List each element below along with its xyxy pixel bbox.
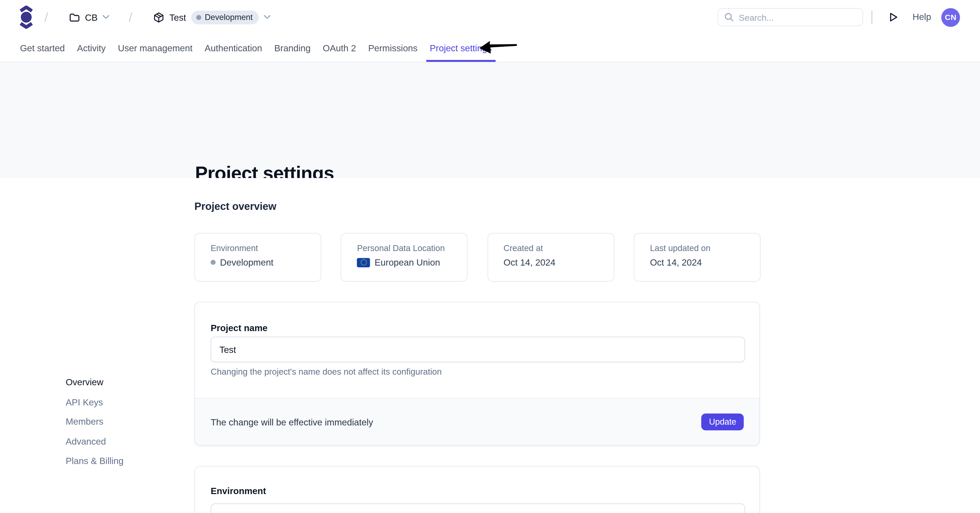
sidebar-item-plans-billing[interactable]: Plans & Billing [65,455,123,466]
project-name-card-footer: The change will be effective immediately… [195,398,759,445]
tab-get-started[interactable]: Get started [20,35,65,62]
info-card-value: Development [220,257,274,267]
avatar[interactable]: CN [941,8,960,26]
top-bar: / CB / Test Development [0,0,980,35]
tab-branding[interactable]: Branding [274,35,310,62]
status-dot-icon [210,260,215,265]
project-name-helper-text: Changing the project's name does not aff… [210,367,442,377]
environment-select[interactable]: Development [210,503,745,513]
environment-label: Environment [210,486,266,496]
breadcrumb-org-label: CB [85,12,98,22]
update-button[interactable]: Update [702,413,744,430]
tab-authentication[interactable]: Authentication [205,35,262,62]
tab-permissions[interactable]: Permissions [368,35,417,62]
project-name-input[interactable] [210,337,745,362]
info-cards-row: Environment Development Personal Data Lo… [194,233,760,282]
play-icon[interactable] [889,13,898,22]
project-name-label: Project name [210,323,267,333]
info-card-value: European Union [375,257,440,267]
tab-activity[interactable]: Activity [77,35,106,62]
footer-note: The change will be effective immediately [210,417,373,427]
folder-icon [69,12,80,23]
primary-tab-bar: Get started Activity User management Aut… [0,35,980,62]
help-link[interactable]: Help [913,0,931,35]
eu-flag-icon [357,257,370,267]
info-card-label: Last updated on [650,243,760,253]
search-icon [724,13,734,22]
info-card-value: Oct 14, 2024 [503,257,555,267]
breadcrumb-separator: / [129,0,132,35]
page-header: Project settings Project settings/Overvi… [0,62,980,178]
settings-side-nav: Overview API Keys Members Advanced Plans… [65,377,123,467]
tab-project-settings[interactable]: Project settings [430,35,492,62]
project-name-card: Project name Changing the project's name… [194,302,760,446]
breadcrumb-project-dropdown[interactable]: Test Development [153,0,271,35]
app-window: / CB / Test Development [0,0,980,513]
info-card-environment: Environment Development [194,233,321,282]
info-card-last-updated: Last updated on Oct 14, 2024 [634,233,760,282]
sidebar-item-api-keys[interactable]: API Keys [65,396,123,408]
search-box[interactable] [718,8,863,26]
environment-select-value: Development [229,511,281,513]
package-icon [153,12,164,23]
info-card-value: Oct 14, 2024 [650,257,702,267]
environment-badge[interactable]: Development [191,10,259,24]
status-dot-icon [196,15,201,20]
topbar-divider [871,11,872,24]
sidebar-item-members[interactable]: Members [65,416,123,427]
info-card-label: Created at [503,243,613,253]
info-card-label: Personal Data Location [357,243,467,253]
breadcrumb-project-label: Test [169,12,186,22]
tab-user-management[interactable]: User management [118,35,192,62]
section-title: Project overview [194,200,276,213]
sidebar-item-overview[interactable]: Overview [65,377,123,388]
tab-oauth2[interactable]: OAuth 2 [323,35,356,62]
breadcrumb-org-dropdown[interactable]: CB [69,0,110,35]
chevron-down-icon [264,15,271,19]
sidebar-item-advanced[interactable]: Advanced [65,435,123,447]
info-card-data-location: Personal Data Location European Union [341,233,468,282]
info-card-created-at: Created at Oct 14, 2024 [487,233,614,282]
logo-icon[interactable] [19,6,33,29]
info-card-label: Environment [210,243,320,253]
environment-badge-label: Development [205,13,253,22]
chevron-down-icon [103,15,110,19]
content-area: Overview API Keys Members Advanced Plans… [0,178,980,513]
environment-card: Environment Development [194,466,760,513]
search-input[interactable] [739,12,856,22]
breadcrumb-separator: / [45,0,48,35]
